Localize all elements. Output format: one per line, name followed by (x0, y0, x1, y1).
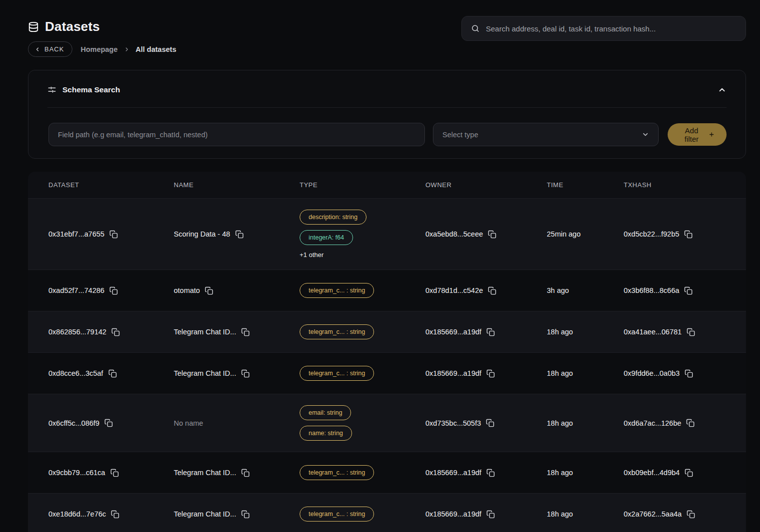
txhash-id: 0xa41aee...06781 (624, 328, 682, 336)
name-cell: otomato (174, 286, 300, 295)
chevron-right-icon (124, 46, 130, 52)
copy-owner-button[interactable] (486, 510, 495, 519)
copy-name-button[interactable] (241, 510, 250, 519)
copy-name-button[interactable] (241, 369, 250, 378)
dataset-cell: 0xad52f7...74286 (48, 286, 174, 295)
copy-icon (241, 369, 250, 378)
copy-owner-button[interactable] (486, 419, 494, 427)
copy-icon (108, 369, 117, 378)
type-pill: telegram_c... : string (300, 366, 374, 381)
copy-icon (109, 230, 118, 239)
field-path-input[interactable] (48, 123, 425, 146)
copy-owner-button[interactable] (488, 230, 496, 239)
global-search[interactable] (461, 16, 746, 41)
copy-txhash-button[interactable] (685, 469, 693, 477)
copy-txhash-button[interactable] (687, 328, 695, 336)
back-button[interactable]: BACK (28, 41, 72, 57)
table-row[interactable]: 0xd8cce6...3c5af Telegram Chat ID... tel… (28, 352, 746, 394)
dataset-name: otomato (174, 286, 200, 294)
copy-owner-button[interactable] (486, 328, 495, 336)
breadcrumb-homepage[interactable]: Homepage (80, 45, 117, 53)
type-cell: description: stringintegerA: f64+1 other (300, 199, 425, 269)
copy-owner-button[interactable] (486, 469, 495, 477)
copy-icon (205, 286, 213, 295)
copy-owner-button[interactable] (488, 286, 496, 295)
owner-cell: 0xa5ebd8...5ceee (425, 230, 547, 239)
copy-txhash-button[interactable] (686, 419, 695, 427)
type-select[interactable]: Select type (433, 123, 659, 146)
type-cell: telegram_c... : string (300, 496, 425, 532)
txhash-cell: 0x2a7662...5aa4a (624, 510, 746, 519)
owner-id: 0xd78d1d...c542e (425, 286, 483, 294)
more-types-label: +1 other (300, 251, 324, 259)
copy-owner-button[interactable] (486, 369, 495, 378)
type-pill: email: string (300, 405, 351, 420)
dataset-cell: 0x6cff5c...086f9 (48, 419, 174, 427)
copy-icon (241, 328, 250, 336)
table-row[interactable]: 0xad52f7...74286 otomato telegram_c... :… (28, 269, 746, 311)
copy-icon (486, 419, 494, 427)
collapse-panel-button[interactable] (716, 83, 729, 96)
copy-dataset-button[interactable] (109, 286, 118, 295)
owner-id: 0x185669...a19df (425, 369, 481, 377)
add-filter-button[interactable]: Add filter (668, 123, 727, 146)
type-pill: integerA: f64 (300, 230, 353, 245)
copy-dataset-button[interactable] (109, 230, 118, 239)
name-cell: Telegram Chat ID... (174, 328, 300, 336)
copy-icon (486, 328, 495, 336)
type-pill: telegram_c... : string (300, 324, 374, 339)
table-row[interactable]: 0x31ebf7...a7655 Scoring Data - 48 descr… (28, 198, 746, 269)
database-icon (28, 21, 39, 32)
copy-txhash-button[interactable] (684, 286, 693, 295)
table-row[interactable]: 0x862856...79142 Telegram Chat ID... tel… (28, 311, 746, 352)
table-row[interactable]: 0xe18d6d...7e76c Telegram Chat ID... tel… (28, 493, 746, 532)
chevron-up-icon (718, 85, 727, 94)
type-select-value: Select type (442, 131, 478, 139)
copy-dataset-button[interactable] (111, 328, 120, 336)
copy-icon (687, 328, 695, 336)
dataset-cell: 0x862856...79142 (48, 328, 174, 336)
time-cell: 18h ago (547, 510, 624, 518)
time-cell: 18h ago (547, 419, 624, 427)
page-title: Datasets (45, 19, 100, 34)
copy-txhash-button[interactable] (685, 369, 693, 378)
copy-dataset-button[interactable] (110, 469, 119, 477)
txhash-id: 0xd6a7ac...126be (624, 419, 681, 427)
type-pill: telegram_c... : string (300, 283, 374, 298)
copy-icon (111, 510, 119, 519)
copy-name-button[interactable] (241, 469, 250, 477)
copy-dataset-button[interactable] (111, 510, 119, 519)
txhash-id: 0x9fdd6e...0a0b3 (624, 369, 680, 377)
schema-search-header: Schema Search (47, 85, 120, 94)
copy-txhash-button[interactable] (684, 230, 693, 239)
dataset-name: Scoring Data - 48 (174, 230, 230, 238)
owner-cell: 0x185669...a19df (425, 469, 547, 477)
time-ago: 3h ago (547, 286, 569, 294)
copy-name-button[interactable] (241, 328, 250, 336)
global-search-input[interactable] (486, 24, 737, 33)
search-icon (471, 24, 480, 33)
type-cell: telegram_c... : string (300, 272, 425, 309)
copy-icon (686, 419, 695, 427)
copy-dataset-button[interactable] (108, 369, 117, 378)
page-title-row: Datasets (28, 19, 176, 34)
copy-icon (687, 510, 695, 519)
dataset-id: 0x9cbb79...c61ca (48, 469, 105, 477)
table-row[interactable]: 0x6cff5c...086f9 No name email: stringna… (28, 394, 746, 452)
copy-name-button[interactable] (205, 286, 213, 295)
table-row[interactable]: 0x9cbb79...c61ca Telegram Chat ID... tel… (28, 452, 746, 493)
breadcrumb: Homepage All datasets (80, 45, 176, 53)
owner-id: 0xd735bc...505f3 (425, 419, 481, 427)
dataset-name: Telegram Chat ID... (174, 469, 236, 477)
copy-name-button[interactable] (235, 230, 244, 239)
dataset-id: 0x31ebf7...a7655 (48, 230, 104, 238)
copy-txhash-button[interactable] (687, 510, 695, 519)
txhash-cell: 0x9fdd6e...0a0b3 (624, 369, 746, 378)
copy-icon (486, 510, 495, 519)
owner-cell: 0xd78d1d...c542e (425, 286, 547, 295)
copy-icon (486, 469, 495, 477)
dataset-id: 0x862856...79142 (48, 328, 106, 336)
name-cell: Scoring Data - 48 (174, 230, 300, 239)
name-cell: Telegram Chat ID... (174, 469, 300, 477)
copy-dataset-button[interactable] (104, 419, 113, 427)
